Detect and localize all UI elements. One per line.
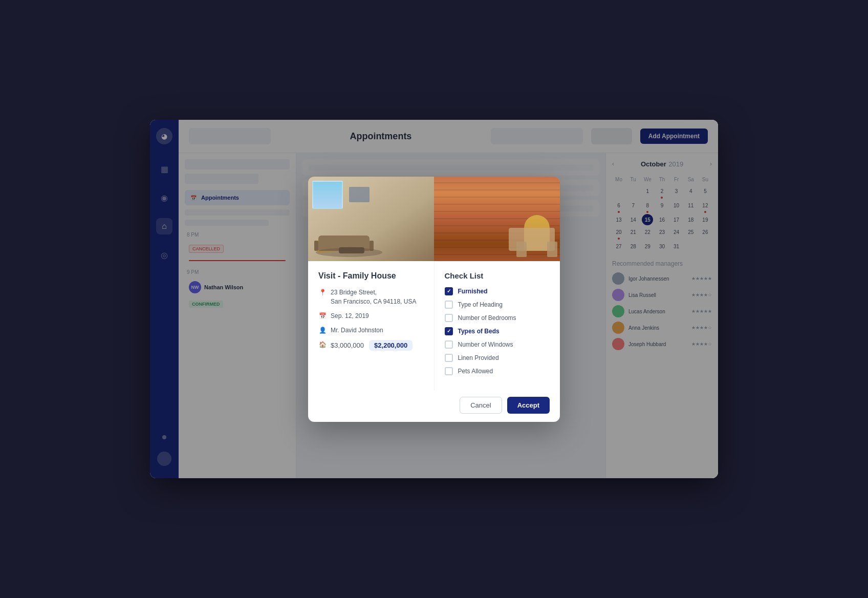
app-window: ◕ ▦ ◉ ⌂ ◎ Appointments Add Appointment 📅	[150, 120, 718, 478]
address-line1: 23 Bridge Street,	[331, 289, 377, 296]
content-area: 📅 Appointments 8 PM CANCELLED 9 PM NW	[179, 153, 718, 478]
check-label-linen: Linen Provided	[458, 354, 499, 361]
modal-property-details: Visit - Family House 📍 23 Bridge Street,…	[308, 261, 435, 391]
checkbox-linen[interactable]	[445, 354, 453, 362]
checkbox-pets[interactable]	[445, 367, 453, 375]
image-living-room	[308, 177, 434, 261]
modal-dialog: Visit - Family House 📍 23 Bridge Street,…	[308, 177, 560, 422]
check-label-furnished: Furnished	[458, 288, 488, 295]
check-item-pets: Pets Allowed	[445, 367, 550, 375]
accept-button[interactable]: Accept	[507, 397, 550, 414]
cancel-button[interactable]: Cancel	[460, 397, 502, 414]
modal-overlay: Visit - Family House 📍 23 Bridge Street,…	[179, 153, 718, 478]
price-discounted: $2,200,000	[369, 340, 413, 351]
calendar-icon: 📅	[318, 312, 327, 320]
check-item-types-beds: Types of Beds	[445, 327, 550, 335]
check-label-types-beds: Types of Beds	[458, 328, 500, 335]
house-price-icon: 🏠	[318, 340, 327, 349]
modal-date: Sep. 12, 2019	[331, 311, 369, 321]
checkbox-windows[interactable]	[445, 340, 453, 349]
modal-price-row: 🏠 $3,000,000 $2,200,000	[318, 340, 424, 351]
image-tv	[349, 187, 370, 202]
modal-property-image	[308, 177, 560, 261]
image-rug	[316, 248, 382, 257]
modal-date-row: 📅 Sep. 12, 2019	[318, 311, 424, 321]
modal-address-row: 📍 23 Bridge Street, San Francisco, CA 94…	[318, 288, 424, 306]
checklist-title: Check List	[445, 271, 550, 280]
check-label-type-heading: Type of Heading	[458, 301, 503, 308]
check-item-linen: Linen Provided	[445, 354, 550, 362]
image-dining-room	[434, 177, 560, 261]
modal-agent-row: 👤 Mr. David Johnston	[318, 326, 424, 335]
image-window	[312, 181, 343, 209]
modal-footer: Cancel Accept	[308, 391, 560, 422]
price-original: $3,000,000	[331, 341, 364, 349]
location-icon: 📍	[318, 288, 327, 296]
modal-title: Visit - Family House	[318, 271, 424, 281]
check-label-pets: Pets Allowed	[458, 368, 493, 375]
check-item-type-heading: Type of Heading	[445, 301, 550, 309]
check-item-bedrooms: Number of Bedrooms	[445, 314, 550, 322]
price-row: $3,000,000 $2,200,000	[331, 340, 413, 351]
image-chair-left	[516, 242, 527, 257]
person-icon: 👤	[318, 326, 327, 334]
main-content: Appointments Add Appointment 📅 Appointme…	[179, 120, 718, 478]
check-label-bedrooms: Number of Bedrooms	[458, 314, 516, 322]
checkbox-furnished[interactable]	[445, 287, 453, 295]
modal-body: Visit - Family House 📍 23 Bridge Street,…	[308, 261, 560, 391]
modal-agent: Mr. David Johnston	[331, 326, 383, 335]
checkbox-type-heading[interactable]	[445, 301, 453, 309]
image-chair-right	[547, 242, 557, 257]
checkbox-types-beds[interactable]	[445, 327, 453, 335]
modal-address: 23 Bridge Street, San Francisco, CA 9411…	[331, 288, 416, 306]
check-item-windows: Number of Windows	[445, 340, 550, 349]
checkbox-bedrooms[interactable]	[445, 314, 453, 322]
address-line2: San Francisco, CA 94118, USA	[331, 298, 416, 305]
modal-checklist: Check List Furnished Type of Heading	[435, 261, 560, 391]
check-item-furnished: Furnished	[445, 287, 550, 295]
modal-image-inner	[308, 177, 560, 261]
check-label-windows: Number of Windows	[458, 341, 513, 348]
